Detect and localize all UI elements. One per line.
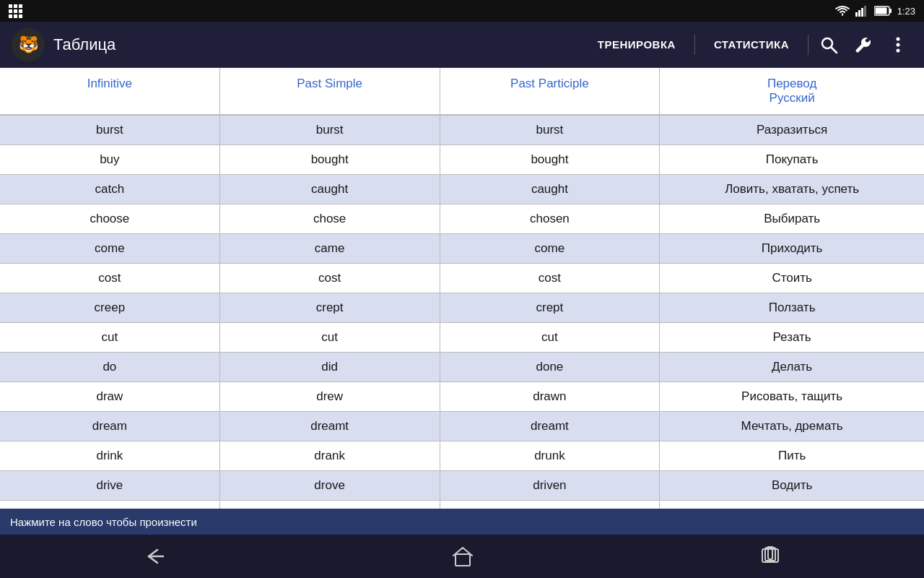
table-row[interactable]: dodiddoneДелать — [0, 353, 924, 382]
table-cell-4-2[interactable]: come — [440, 234, 661, 263]
table-cell-9-0[interactable]: draw — [0, 382, 220, 411]
svg-point-11 — [897, 48, 900, 52]
back-button[interactable] — [139, 543, 170, 570]
table-cell-6-2[interactable]: crept — [440, 293, 661, 322]
table-cell-6-1[interactable]: crept — [220, 293, 440, 322]
time-display: 1:23 — [897, 6, 915, 17]
hint-bar: Нажмите на слово чтобы произнести — [0, 509, 924, 535]
table-cell-7-1[interactable]: cut — [220, 323, 440, 352]
svg-line-8 — [831, 47, 837, 53]
table-cell-8-1[interactable]: did — [220, 353, 440, 381]
table-cell-2-0[interactable]: catch — [0, 175, 220, 204]
table-row[interactable]: burstburstburstРазразиться — [0, 116, 924, 145]
table-cell-5-0[interactable]: cost — [0, 264, 220, 293]
svg-rect-1 — [858, 10, 860, 17]
stats-button[interactable]: СТАТИСТИКА — [701, 33, 802, 56]
grid-icon — [9, 4, 22, 18]
svg-rect-0 — [855, 12, 858, 17]
table-cell-1-1[interactable]: bought — [220, 145, 440, 174]
signal-icon — [855, 5, 868, 17]
table-row[interactable]: creepcreptcreptПолзать — [0, 293, 924, 323]
table-cell-10-0[interactable]: dream — [0, 412, 220, 441]
table-cell-5-3[interactable]: Стоить — [660, 264, 924, 293]
table-cell-4-3[interactable]: Приходить — [660, 234, 924, 263]
table-cell-8-0[interactable]: do — [0, 353, 220, 381]
table-row[interactable]: costcostcostСтоить — [0, 264, 924, 293]
table-cell-13-3[interactable]: Есть — [660, 501, 924, 509]
more-icon — [888, 35, 908, 55]
table-cell-1-0[interactable]: buy — [0, 145, 220, 174]
table-cell-0-3[interactable]: Разразиться — [660, 116, 924, 144]
recent-icon — [759, 546, 781, 566]
svg-rect-2 — [861, 8, 863, 17]
table-cell-13-2[interactable]: eaten — [440, 501, 661, 509]
table-row[interactable]: dreamdreamtdreamtМечтать, дремать — [0, 412, 924, 441]
table-row[interactable]: drawdrewdrawnРисовать, тащить — [0, 382, 924, 412]
table-cell-2-3[interactable]: Ловить, хватать, успеть — [660, 175, 924, 204]
table-cell-0-2[interactable]: burst — [440, 116, 661, 144]
table-cell-0-0[interactable]: burst — [0, 116, 220, 144]
table-cell-13-1[interactable]: ate — [220, 501, 440, 509]
table-row[interactable]: catchcaughtcaughtЛовить, хватать, успеть — [0, 175, 924, 204]
table-cell-6-3[interactable]: Ползать — [660, 293, 924, 322]
table-row[interactable]: drinkdrankdrunkПить — [0, 441, 924, 471]
table-cell-13-0[interactable]: eat — [0, 501, 220, 509]
table-cell-3-0[interactable]: choose — [0, 204, 220, 233]
table-row[interactable]: comecamecomeПриходить — [0, 234, 924, 264]
table-cell-12-0[interactable]: drive — [0, 471, 220, 500]
table-row[interactable]: eatateeatenЕсть — [0, 501, 924, 509]
wrench-button[interactable] — [849, 30, 878, 59]
header-past-simple: Past Simple — [220, 68, 440, 114]
table-cell-1-2[interactable]: bought — [440, 145, 661, 174]
train-button[interactable]: ТРЕНИРОВКА — [585, 33, 689, 56]
table-cell-11-3[interactable]: Пить — [660, 441, 924, 470]
table-cell-7-0[interactable]: cut — [0, 323, 220, 352]
table-cell-12-3[interactable]: Водить — [660, 471, 924, 500]
table-cell-12-1[interactable]: drove — [220, 471, 440, 500]
table-cell-9-1[interactable]: drew — [220, 382, 440, 411]
status-left — [9, 4, 22, 18]
home-button[interactable] — [448, 542, 478, 571]
table-cell-11-0[interactable]: drink — [0, 441, 220, 470]
table-cell-5-1[interactable]: cost — [220, 264, 440, 293]
wifi-icon — [835, 5, 850, 17]
home-icon — [452, 546, 474, 566]
table-row[interactable]: choosechosechosenВыбирать — [0, 204, 924, 234]
table-cell-6-0[interactable]: creep — [0, 293, 220, 322]
table-cell-12-2[interactable]: driven — [440, 471, 661, 500]
table-cell-10-2[interactable]: dreamt — [440, 412, 661, 441]
table-cell-10-3[interactable]: Мечтать, дремать — [660, 412, 924, 441]
table-cell-9-3[interactable]: Рисовать, тащить — [660, 382, 924, 411]
table-row[interactable]: cutcutcutРезать — [0, 323, 924, 353]
more-button[interactable] — [884, 30, 912, 59]
table-cell-4-0[interactable]: come — [0, 234, 220, 263]
table-cell-5-2[interactable]: cost — [440, 264, 661, 293]
recent-button[interactable] — [755, 542, 785, 571]
table-cell-3-2[interactable]: chosen — [440, 204, 661, 233]
table-cell-2-1[interactable]: caught — [220, 175, 440, 204]
table-cell-4-1[interactable]: came — [220, 234, 440, 263]
app-title: Таблица — [53, 35, 116, 54]
hint-text: Нажмите на слово чтобы произнести — [10, 516, 197, 528]
table-row[interactable]: buyboughtboughtПокупать — [0, 145, 924, 175]
top-bar: 🐯 Таблица ТРЕНИРОВКА СТАТИСТИКА — [0, 22, 924, 68]
table-cell-3-1[interactable]: chose — [220, 204, 440, 233]
table-cell-8-2[interactable]: done — [440, 353, 661, 381]
table-row[interactable]: drivedrovedrivenВодить — [0, 471, 924, 501]
table-cell-11-2[interactable]: drunk — [440, 441, 661, 470]
search-button[interactable] — [814, 30, 843, 59]
table-cell-1-3[interactable]: Покупать — [660, 145, 924, 174]
table-cell-11-1[interactable]: drank — [220, 441, 440, 470]
wrench-icon — [853, 35, 873, 55]
table-cell-0-1[interactable]: burst — [220, 116, 440, 144]
table-cell-2-2[interactable]: caught — [440, 175, 661, 204]
table-cell-7-2[interactable]: cut — [440, 323, 661, 352]
table-cell-8-3[interactable]: Делать — [660, 353, 924, 381]
table-header: Infinitive Past Simple Past Participle П… — [0, 68, 924, 116]
table-cell-9-2[interactable]: drawn — [440, 382, 661, 411]
logo-emoji: 🐯 — [19, 35, 38, 54]
table-cell-10-1[interactable]: dreamt — [220, 412, 440, 441]
table-cell-7-3[interactable]: Резать — [660, 323, 924, 352]
table-cell-3-3[interactable]: Выбирать — [660, 204, 924, 233]
nav-separator — [694, 35, 695, 55]
